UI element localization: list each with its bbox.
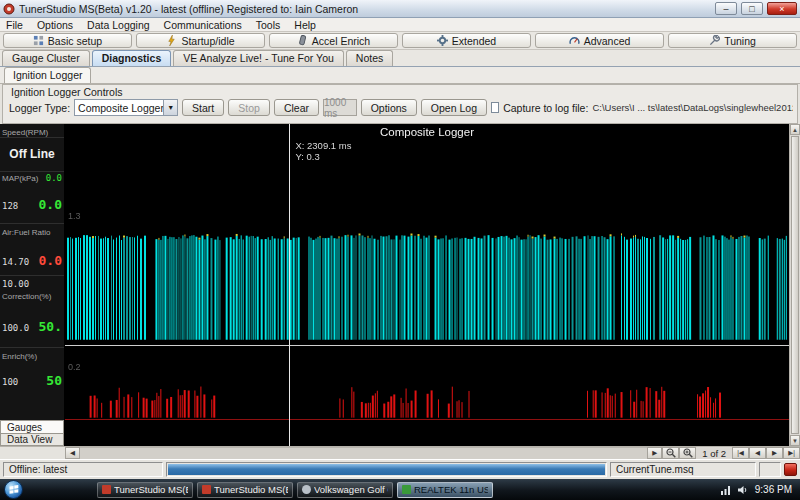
taskbar-button-tunerstudio-1[interactable]: TunerStudio MS(Bet... — [97, 482, 193, 498]
scroll-left-button[interactable]: ◀ — [65, 447, 80, 459]
first-page-button[interactable]: |◀ — [732, 447, 749, 459]
gear-icon — [437, 35, 448, 46]
menu-bar: File Options Data Logging Communications… — [0, 18, 800, 32]
stop-logger-button[interactable]: Stop — [228, 99, 270, 116]
gauge-correction-left-value: 100.0 — [2, 323, 29, 333]
tuning-button[interactable]: Tuning — [668, 33, 797, 48]
tab-data-view[interactable]: Data View — [0, 433, 64, 446]
gauge-afr: Air:Fuel Ratio 14.70 0.0 — [0, 224, 64, 276]
cursor-readout: X: 2309.1 ms Y: 0.3 — [295, 140, 351, 162]
open-log-button[interactable]: Open Log — [421, 99, 487, 116]
horizontal-scroll-track[interactable] — [80, 447, 647, 459]
last-page-button[interactable]: ▶| — [783, 447, 800, 459]
prev-page-button[interactable]: ◀ — [749, 447, 766, 459]
tunerstudio-window: TunerStudio MS(Beta) v1.20 - latest (off… — [0, 0, 800, 500]
composite-logger-chart: Composite Logger X: 2309.1 ms Y: 0.3 1.3… — [65, 124, 789, 446]
window-title: TunerStudio MS(Beta) v1.20 - latest (off… — [19, 3, 711, 15]
gauge-sidebar: Speed(RPM) Off Line MAP(kPa) 0.0 128 0.0… — [0, 124, 65, 446]
status-spacer-cell — [759, 462, 781, 477]
tab-ignition-logger[interactable]: Ignition Logger — [4, 67, 91, 83]
menu-tools[interactable]: Tools — [256, 19, 281, 31]
gauge-correction-value: 50. — [39, 319, 62, 334]
taskbar-button-tunerstudio-2[interactable]: TunerStudio MS(Bet... — [197, 482, 293, 498]
minimize-button[interactable]: – — [715, 2, 737, 15]
menu-communications[interactable]: Communications — [164, 19, 242, 31]
gauge-enrich-label: Enrich(%) — [2, 352, 37, 361]
clear-button[interactable]: Clear — [274, 99, 319, 116]
gauge-afr-label: Air:Fuel Ratio — [2, 228, 50, 237]
status-indicator-button[interactable] — [784, 463, 797, 476]
startup-idle-label: Startup/idle — [181, 35, 234, 47]
menu-help[interactable]: Help — [294, 19, 316, 31]
next-page-button[interactable]: ▶ — [766, 447, 783, 459]
menu-options[interactable]: Options — [37, 19, 73, 31]
tab-gauges[interactable]: Gauges — [0, 420, 64, 433]
tuning-label: Tuning — [724, 35, 756, 47]
scroll-right-button[interactable]: ▶ — [647, 447, 662, 459]
chart-nav-bar: ◀ ▶ 1 of 2 |◀ ◀ ▶ — [65, 446, 800, 459]
connection-status: Offline: latest — [3, 462, 163, 477]
start-logger-button[interactable]: Start — [182, 99, 224, 116]
offline-text: Off Line — [2, 139, 62, 161]
logger-type-value: Composite Logger — [75, 102, 163, 114]
menu-data-logging[interactable]: Data Logging — [87, 19, 149, 31]
taskbar-button-label: REALTEK 11n USB W... — [414, 484, 488, 495]
scroll-down-icon[interactable]: ▼ — [790, 435, 800, 446]
logger-type-label: Logger Type: — [9, 102, 70, 114]
zoom-out-button[interactable] — [662, 447, 679, 459]
zoom-in-icon — [683, 448, 693, 458]
start-button[interactable] — [4, 480, 23, 499]
vertical-scrollbar[interactable]: ▲ ▼ — [789, 124, 800, 446]
progress-bar — [166, 462, 607, 477]
chart-title: Composite Logger — [65, 126, 789, 138]
options-button[interactable]: Options — [361, 99, 417, 116]
current-tune-file: CurrentTune.msq — [610, 462, 756, 477]
logger-type-dropdown[interactable]: Composite Logger ▼ — [74, 99, 178, 116]
accel-enrich-button[interactable]: Accel Enrich — [269, 33, 398, 48]
sidebar-view-tabs: Gauges Data View — [0, 420, 64, 446]
taskbar-button-label: Volkswagen Golf GT... — [314, 484, 388, 495]
advanced-label: Advanced — [584, 35, 631, 47]
progress-fill — [168, 464, 605, 475]
interval-field: 1000 ms — [323, 99, 357, 116]
ignition-logger-controls-panel: Ignition Logger Controls Logger Type: Co… — [2, 84, 798, 124]
extended-button[interactable]: Extended — [402, 33, 531, 48]
scroll-up-icon[interactable]: ▲ — [790, 124, 800, 135]
tab-ve-analyze-live[interactable]: VE Analyze Live! - Tune For You — [173, 50, 344, 66]
capture-label: Capture to log file: — [503, 102, 588, 114]
startup-idle-button[interactable]: Startup/idle — [136, 33, 265, 48]
chart-nav-row: ◀ ▶ 1 of 2 |◀ ◀ ▶ — [0, 446, 800, 459]
chevron-down-icon[interactable]: ▼ — [163, 100, 177, 115]
network-icon[interactable] — [721, 485, 732, 495]
gauge-enrich-left-value: 100 — [2, 377, 18, 387]
tab-diagnostics[interactable]: Diagnostics — [92, 50, 172, 66]
gauge-afr-value: 0.0 — [39, 253, 62, 268]
composite-logger-canvas[interactable] — [65, 124, 789, 446]
channel-label-bottom: 0.2 — [68, 362, 81, 372]
maximize-button[interactable]: □ — [741, 2, 763, 15]
taskbar-clock[interactable]: 9:36 PM — [755, 484, 792, 495]
pedal-icon — [297, 35, 308, 46]
gauge-map-label: MAP(kPa) — [2, 174, 38, 183]
tab-notes[interactable]: Notes — [346, 50, 393, 66]
volume-icon[interactable] — [738, 485, 749, 495]
taskbar-button-volkswagen[interactable]: Volkswagen Golf GT... — [297, 482, 393, 498]
vertical-scroll-thumb[interactable] — [791, 136, 799, 434]
panel-title: Ignition Logger Controls — [11, 86, 123, 98]
windows-logo-icon — [9, 485, 19, 495]
channel-label-top: 1.3 — [68, 211, 81, 221]
taskbar-button-realtek[interactable]: REALTEK 11n USB W... — [397, 482, 493, 498]
grid-icon — [33, 35, 44, 46]
wrench-icon — [709, 35, 720, 46]
tab-gauge-cluster[interactable]: Gauge Cluster — [2, 50, 90, 66]
sub-tab-bar: Ignition Logger — [0, 67, 800, 84]
app-icon — [3, 3, 15, 15]
basic-setup-button[interactable]: Basic setup — [3, 33, 132, 48]
capture-checkbox[interactable] — [491, 102, 499, 113]
menu-file[interactable]: File — [6, 19, 23, 31]
zoom-in-button[interactable] — [679, 447, 696, 459]
close-button[interactable]: × — [767, 2, 797, 15]
advanced-button[interactable]: Advanced — [535, 33, 664, 48]
capture-path: C:\Users\I ... ts\latest\DataLogs\single… — [592, 102, 793, 113]
cursor-readout-x: X: 2309.1 ms — [295, 140, 351, 151]
